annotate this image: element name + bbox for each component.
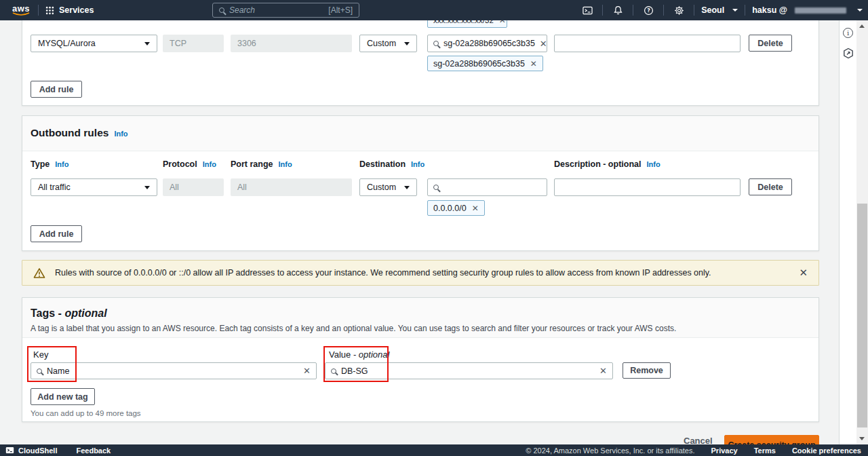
inbound-source-search-input[interactable]: sg-02a288b69065c3b35 ✕: [427, 35, 547, 52]
tags-card: Tags - optional A tag is a label that yo…: [22, 297, 819, 422]
amazon-q-hexagon-icon[interactable]: [843, 48, 854, 59]
cookie-preferences-link[interactable]: Cookie preferences: [792, 446, 861, 455]
inbound-type-select[interactable]: MYSQL/Aurora: [31, 35, 157, 52]
inbound-delete-button[interactable]: Delete: [749, 35, 792, 52]
inbound-source-type-select[interactable]: Custom: [359, 35, 417, 52]
top-navigation-bar: aws Services Search [Alt+S]: [0, 0, 868, 20]
info-link[interactable]: Info: [55, 160, 68, 168]
tag-key-value: Name: [47, 366, 69, 376]
clear-input-icon[interactable]: ✕: [540, 39, 547, 48]
services-menu[interactable]: Services: [45, 5, 94, 15]
inbound-type-value: MYSQL/Aurora: [38, 39, 96, 48]
info-panel-icon[interactable]: [843, 28, 853, 38]
add-new-tag-button[interactable]: Add new tag: [31, 388, 95, 405]
remove-chip-icon[interactable]: ✕: [530, 60, 537, 68]
cloudshell-icon: [5, 446, 14, 455]
col-label-description: Description - optional Info: [554, 159, 660, 169]
delete-button-label: Delete: [757, 39, 783, 48]
divider: [38, 5, 39, 16]
footer-feedback[interactable]: Feedback: [76, 446, 111, 455]
inbound-port-value: 3306: [237, 39, 256, 48]
help-icon[interactable]: ?: [640, 0, 656, 20]
divider: [694, 5, 694, 16]
aws-logo-text: aws: [12, 5, 30, 12]
region-label: Seoul: [701, 5, 724, 15]
search-icon: [331, 368, 336, 374]
add-rule-label: Add rule: [39, 85, 74, 94]
outbound-info-link[interactable]: Info: [114, 130, 127, 138]
chip-label: sg-02a288b69065c3b35: [433, 59, 525, 69]
privacy-link[interactable]: Privacy: [711, 446, 738, 455]
right-tools-rail: [839, 20, 856, 444]
divider: [663, 5, 664, 16]
inbound-description-input[interactable]: [554, 35, 741, 52]
clear-input-icon[interactable]: ✕: [303, 366, 311, 375]
terms-link[interactable]: Terms: [754, 446, 776, 455]
services-label: Services: [59, 5, 94, 15]
info-link[interactable]: Info: [279, 160, 292, 168]
account-menu[interactable]: haksu @: [752, 5, 863, 15]
global-search-input[interactable]: Search [Alt+S]: [212, 3, 359, 18]
divider: [633, 5, 633, 16]
divider: [745, 5, 745, 16]
col-label-destination: Destination Info: [359, 159, 425, 169]
search-icon: [37, 368, 42, 374]
outbound-rules-card: Outbound rules Info Type Info Protocol I…: [22, 115, 819, 251]
outbound-dest-search-input[interactable]: [427, 178, 547, 196]
aws-logo[interactable]: aws: [11, 5, 31, 16]
clear-input-icon[interactable]: ✕: [599, 366, 607, 375]
outbound-delete-button[interactable]: Delete: [749, 178, 792, 195]
add-rule-label: Add rule: [39, 229, 74, 239]
aws-smile-icon: [12, 12, 30, 16]
close-icon[interactable]: ✕: [799, 267, 808, 279]
account-label: haksu @: [752, 5, 787, 15]
inbound-source-chip[interactable]: sg-02a288b69065c3b35 ✕: [427, 56, 543, 71]
chevron-down-icon: [732, 9, 738, 12]
inbound-source-type-value: Custom: [367, 39, 396, 48]
col-label-type: Type Info: [31, 159, 68, 169]
search-icon: [433, 41, 439, 46]
chevron-down-icon: [144, 42, 150, 45]
scrollbar-thumb[interactable]: [857, 204, 867, 428]
info-link[interactable]: Info: [411, 160, 425, 168]
settings-gear-icon[interactable]: [671, 0, 687, 20]
tags-description: A tag is a label that you assign to an A…: [31, 324, 810, 333]
outbound-type-select[interactable]: All traffic: [31, 178, 157, 196]
outbound-card-header: Outbound rules Info: [22, 116, 818, 151]
remove-chip-icon[interactable]: ✕: [472, 204, 479, 212]
inbound-protocol-field: TCP: [163, 35, 224, 52]
outbound-dest-type-select[interactable]: Custom: [359, 178, 417, 196]
inbound-source-search-value: sg-02a288b69065c3b35: [443, 39, 535, 48]
outbound-dest-type-value: Custom: [367, 183, 396, 192]
tag-key-input[interactable]: Name ✕: [31, 362, 317, 379]
outbound-protocol-field: All: [163, 178, 224, 196]
search-icon: [433, 185, 439, 190]
remove-tag-button[interactable]: Remove: [623, 362, 671, 379]
vertical-scrollbar[interactable]: [856, 20, 868, 444]
outbound-add-rule-button[interactable]: Add rule: [31, 225, 82, 242]
delete-button-label: Delete: [757, 183, 783, 192]
info-link[interactable]: Info: [646, 160, 660, 168]
search-icon: [219, 7, 224, 13]
cloudshell-icon[interactable]: [579, 0, 595, 20]
notifications-bell-icon[interactable]: [610, 0, 626, 20]
info-link[interactable]: Info: [203, 160, 216, 168]
col-label-protocol: Protocol Info: [163, 159, 216, 169]
outbound-dest-chip[interactable]: 0.0.0.0/0 ✕: [427, 200, 485, 216]
tag-value-input[interactable]: DB-SG ✕: [325, 362, 613, 379]
inbound-add-rule-button[interactable]: Add rule: [31, 81, 82, 98]
tag-key-label: Key: [33, 349, 48, 360]
warning-text: Rules with source of 0.0.0.0/0 or ::/0 a…: [55, 268, 711, 278]
copyright-text: © 2024, Amazon Web Services, Inc. or its…: [526, 446, 694, 455]
tags-title-optional: optional: [64, 307, 106, 319]
divider: [602, 5, 603, 16]
search-shortcut: [Alt+S]: [328, 5, 353, 15]
scroll-down-icon[interactable]: [859, 437, 865, 440]
services-grid-icon: [45, 6, 54, 15]
region-selector[interactable]: Seoul: [701, 5, 738, 15]
scroll-up-icon[interactable]: [859, 24, 865, 28]
footer-cloudshell[interactable]: CloudShell: [5, 446, 57, 455]
outbound-title-text: Outbound rules: [31, 127, 108, 139]
account-id-redacted: [795, 7, 846, 14]
outbound-description-input[interactable]: [554, 178, 741, 196]
